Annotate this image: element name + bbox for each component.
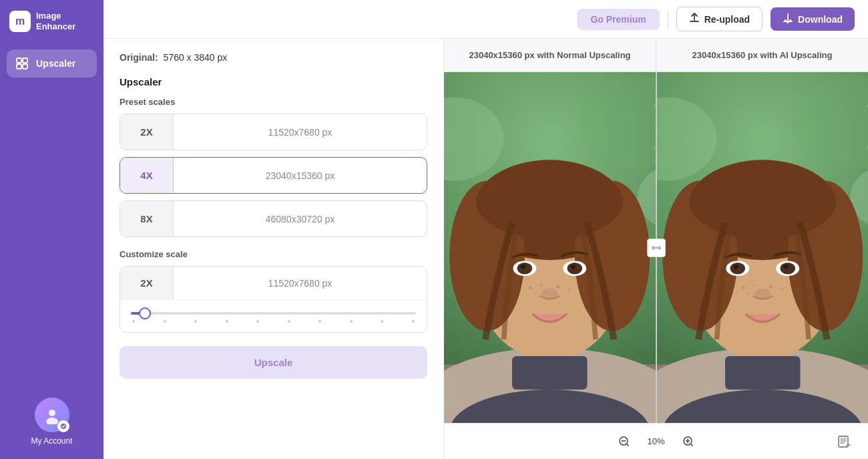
- logo-area: m Image Enhancer: [0, 0, 103, 43]
- svg-point-59: [752, 284, 755, 287]
- left-panel: Original: 5760 x 3840 px Upscaler Preset…: [103, 39, 444, 459]
- original-label: Original:: [120, 52, 158, 63]
- customize-card: 2X 11520x7680 px: [120, 266, 427, 333]
- slider-thumb[interactable]: [139, 307, 151, 319]
- svg-point-31: [534, 292, 537, 295]
- svg-rect-33: [512, 356, 588, 390]
- right-panel: 23040x15360 px with Normal Upscaling 230…: [444, 39, 868, 459]
- upscale-button[interactable]: Upscale: [120, 346, 427, 379]
- reupload-button[interactable]: Re-upload: [676, 7, 763, 31]
- preset-scales-label: Preset scales: [120, 97, 427, 107]
- premium-button[interactable]: Go Premium: [577, 9, 659, 30]
- notes-button[interactable]: [833, 431, 855, 452]
- compare-header: 23040x15360 px with Normal Upscaling 230…: [444, 39, 868, 72]
- compare-right-image: m Image Enhancer m Image Enhancer: [657, 72, 869, 423]
- svg-rect-1: [23, 58, 27, 63]
- svg-rect-3: [23, 64, 27, 69]
- scale-label-4x: 4X: [120, 158, 174, 193]
- sidebar-item-label-upscaler: Upscaler: [36, 58, 75, 69]
- sidebar: m Image Enhancer Upscaler: [0, 0, 103, 459]
- svg-point-62: [747, 292, 750, 295]
- avatar[interactable]: [35, 398, 69, 432]
- slider-row: [120, 299, 427, 332]
- svg-point-26: [541, 289, 558, 299]
- scale-value-8x: 46080x30720 px: [174, 214, 427, 224]
- sidebar-bottom: My Account: [17, 384, 85, 459]
- svg-point-61: [781, 288, 783, 291]
- svg-point-27: [529, 286, 532, 289]
- svg-point-25: [571, 265, 576, 269]
- compare-header-ai: 23040x15360 px with AI Upscaling: [656, 39, 868, 71]
- scale-label-8x: 8X: [120, 201, 174, 237]
- scale-card-2x[interactable]: 2X 11520x7680 px: [120, 114, 427, 150]
- svg-point-24: [568, 263, 583, 275]
- svg-rect-2: [17, 64, 21, 69]
- svg-point-58: [742, 286, 745, 289]
- svg-rect-64: [725, 356, 801, 390]
- zoom-value: 10%: [644, 436, 668, 446]
- svg-point-50: [689, 164, 836, 240]
- customize-label: Customize scale: [120, 249, 427, 259]
- scale-value-4x: 23040x15360 px: [174, 170, 427, 181]
- sidebar-item-upscaler[interactable]: Upscaler: [7, 49, 97, 78]
- svg-point-19: [476, 164, 623, 240]
- svg-point-28: [540, 284, 543, 287]
- scale-label-2x: 2X: [120, 114, 174, 150]
- slider-track[interactable]: [131, 312, 416, 315]
- customize-scale-label: 2X: [120, 267, 174, 299]
- content-area: Original: 5760 x 3840 px Upscaler Preset…: [103, 39, 868, 459]
- svg-rect-0: [17, 58, 21, 63]
- slider-dots: [131, 320, 416, 323]
- original-info: Original: 5760 x 3840 px: [120, 52, 427, 63]
- compare-divider-handle[interactable]: [647, 239, 666, 257]
- upscaler-icon: [15, 56, 29, 71]
- svg-point-29: [556, 285, 560, 289]
- upload-icon: [689, 13, 700, 25]
- svg-point-5: [46, 418, 58, 424]
- section-title: Upscaler: [120, 76, 427, 88]
- svg-point-22: [521, 265, 526, 269]
- customize-top: 2X 11520x7680 px: [120, 267, 427, 299]
- download-button[interactable]: Download: [771, 7, 855, 31]
- svg-point-53: [733, 265, 738, 269]
- compare-left-image: m Image Enhancer m Image Enhancer: [444, 72, 656, 423]
- download-icon: [783, 13, 793, 25]
- svg-point-30: [568, 288, 570, 291]
- svg-point-57: [754, 289, 771, 299]
- scale-card-8x[interactable]: 8X 46080x30720 px: [120, 200, 427, 237]
- customize-section: Customize scale 2X 11520x7680 px: [120, 249, 427, 333]
- topbar-divider: [668, 10, 668, 29]
- topbar: Go Premium Re-upload Download: [103, 0, 868, 39]
- svg-point-60: [769, 285, 773, 289]
- logo-text: Image Enhancer: [36, 11, 94, 31]
- svg-point-4: [49, 410, 55, 416]
- svg-point-55: [780, 263, 795, 275]
- compare-images[interactable]: m Image Enhancer m Image Enhancer: [444, 72, 868, 423]
- zoom-in-button[interactable]: [679, 432, 698, 451]
- svg-point-56: [783, 265, 789, 269]
- customize-scale-value: 11520x7680 px: [174, 278, 427, 289]
- scale-value-2x: 11520x7680 px: [174, 127, 427, 138]
- sidebar-nav: Upscaler: [0, 43, 103, 84]
- compare-header-normal: 23040x15360 px with Normal Upscaling: [444, 39, 656, 71]
- svg-point-21: [517, 263, 533, 275]
- original-value: 5760 x 3840 px: [164, 52, 228, 63]
- zoom-out-button[interactable]: [615, 432, 634, 451]
- avatar-badge: [57, 420, 69, 432]
- main-area: Go Premium Re-upload Download: [103, 0, 868, 459]
- logo-icon: m: [9, 11, 31, 32]
- my-account-label: My Account: [31, 436, 72, 446]
- svg-point-52: [730, 263, 745, 275]
- scale-card-4x[interactable]: 4X 23040x15360 px: [120, 157, 427, 194]
- bottom-bar: 10%: [444, 423, 868, 459]
